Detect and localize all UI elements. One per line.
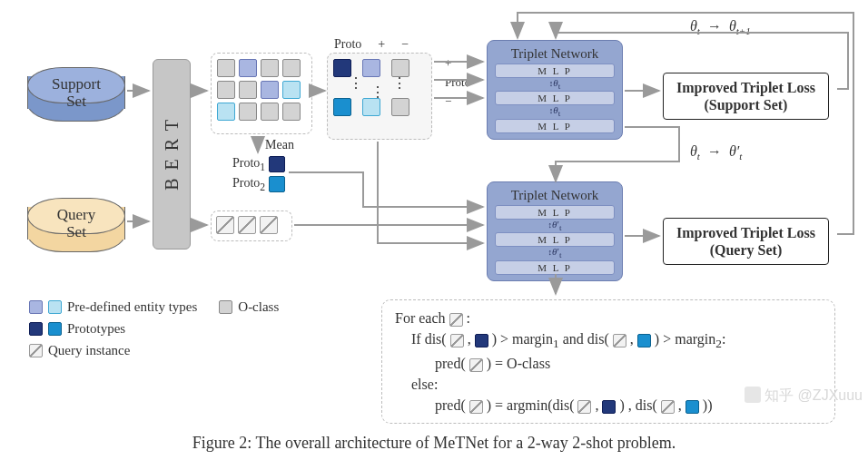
mlp-box: M L P: [495, 260, 615, 275]
legend-prototypes: Prototypes: [29, 321, 279, 337]
formula-theta-adapt: θt → θ′t: [690, 143, 742, 161]
pseudo-line1: For each :: [395, 308, 822, 328]
loss-query: Improved Triplet Loss(Query Set): [663, 218, 829, 265]
query-set-label: QuerySet: [27, 207, 125, 240]
loss-support: Improved Triplet Loss(Support Set): [663, 73, 829, 120]
mlp-box: M L P: [495, 205, 615, 220]
triplet-network-query: Triplet Network M L P ↕θ′t M L P ↕θ′t M …: [487, 181, 623, 281]
mlp-box: M L P: [495, 64, 615, 78]
legend: Pre-defined entity types O-class Prototy…: [29, 299, 279, 365]
triplet-samples: ⋮ ⋮ ⋮: [327, 53, 432, 140]
support-token-grid: [211, 53, 312, 134]
proto2: Proto2: [232, 176, 285, 193]
support-set-label: SupportSet: [27, 76, 125, 110]
pseudo-line2: If dis( , ) > margin1 and dis( , ) > mar…: [395, 328, 822, 353]
triplet-network-query-title: Triplet Network: [495, 188, 615, 203]
watermark: 知乎 @ZJXuuu: [745, 387, 863, 406]
triplet-header: Proto+−: [334, 37, 409, 52]
proto1: Proto1: [232, 156, 285, 173]
formula-theta-update: θt → θt+1: [690, 18, 751, 36]
mlp-box: M L P: [495, 91, 615, 105]
query-set-cylinder: QuerySet: [27, 198, 125, 249]
diagram-canvas: SupportSet QuerySet B E R T Mean Proto1 …: [0, 0, 868, 460]
legend-query: Query instance: [29, 343, 279, 358]
triplet-side-labels: + Proto −: [445, 54, 470, 111]
support-set-cylinder: SupportSet: [27, 67, 125, 118]
mean-label: Mean: [265, 138, 294, 152]
bert-label: B E R T: [162, 118, 182, 191]
triplet-network-support-title: Triplet Network: [495, 46, 615, 62]
zhihu-logo-icon: [745, 387, 761, 403]
bert-encoder: B E R T: [153, 59, 191, 250]
mlp-box: M L P: [495, 232, 615, 247]
mlp-box: M L P: [495, 119, 615, 133]
triplet-network-support: Triplet Network M L P ↕θt M L P ↕θt M L …: [487, 40, 623, 140]
pseudo-line3: pred( ) = O-class: [395, 353, 822, 374]
figure-caption: Figure 2: The overall architecture of Me…: [0, 434, 868, 453]
legend-predefined: Pre-defined entity types O-class: [29, 299, 279, 315]
query-token-row: [211, 210, 292, 241]
